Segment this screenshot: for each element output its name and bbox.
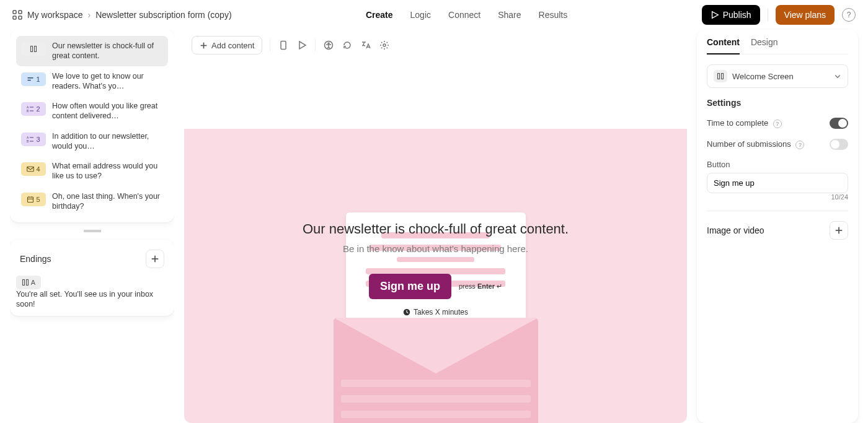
form-canvas[interactable]: Our newsletter is chock-full of great co… bbox=[184, 63, 687, 423]
svg-rect-17 bbox=[27, 167, 34, 172]
preview-title[interactable]: Our newsletter is chock-full of great co… bbox=[303, 221, 569, 237]
tab-content[interactable]: Content bbox=[707, 37, 740, 55]
help-icon[interactable]: ? bbox=[795, 141, 804, 149]
svg-rect-18 bbox=[28, 197, 33, 202]
svg-rect-2 bbox=[13, 16, 16, 19]
tab-design[interactable]: Design bbox=[751, 37, 778, 54]
settings-heading: Settings bbox=[707, 98, 848, 108]
add-content-button[interactable]: Add content bbox=[192, 36, 262, 55]
svg-marker-29 bbox=[299, 41, 306, 49]
svg-rect-6 bbox=[35, 46, 37, 52]
svg-rect-35 bbox=[722, 74, 724, 79]
top-actions: Publish View plans ? bbox=[702, 5, 856, 25]
question-2[interactable]: AB 2 How often would you like great cont… bbox=[16, 96, 168, 126]
toolbar-divider bbox=[315, 39, 316, 51]
svg-marker-4 bbox=[712, 12, 718, 19]
nav-share[interactable]: Share bbox=[498, 10, 521, 20]
view-plans-button[interactable]: View plans bbox=[776, 5, 835, 25]
breadcrumb: My workspace › Newsletter subscription f… bbox=[12, 10, 232, 20]
submissions-toggle[interactable] bbox=[830, 139, 848, 150]
char-counter: 10/24 bbox=[707, 193, 848, 201]
main-nav: Create Logic Connect Share Results bbox=[242, 10, 692, 20]
gear-icon[interactable] bbox=[379, 40, 390, 51]
chevron-right-icon: › bbox=[87, 10, 91, 20]
screen-type-label: Welcome Screen bbox=[732, 72, 794, 81]
publish-button[interactable]: Publish bbox=[702, 5, 760, 25]
center-panel: Add content bbox=[184, 30, 687, 423]
ending-a[interactable]: A You're all set. You'll see us in your … bbox=[16, 276, 168, 310]
question-text: How often would you like great content d… bbox=[52, 101, 163, 121]
svg-text:B: B bbox=[27, 139, 29, 143]
preview-subtitle[interactable]: Be in the know about what's happening he… bbox=[343, 243, 528, 254]
multiple-choice-icon: AB 3 bbox=[21, 133, 46, 146]
clock-icon bbox=[403, 308, 410, 316]
drag-handle[interactable] bbox=[84, 230, 101, 232]
svg-rect-34 bbox=[718, 74, 720, 79]
image-video-row: Image or video bbox=[707, 221, 848, 240]
svg-rect-3 bbox=[19, 16, 22, 19]
help-icon[interactable]: ? bbox=[842, 8, 856, 22]
email-icon: 4 bbox=[21, 162, 46, 176]
refresh-icon[interactable] bbox=[342, 40, 353, 51]
svg-rect-1 bbox=[19, 11, 22, 14]
screen-type-select[interactable]: Welcome Screen bbox=[707, 64, 848, 88]
nav-logic[interactable]: Logic bbox=[410, 10, 431, 20]
question-3[interactable]: AB 3 In addition to our newsletter, woul… bbox=[16, 126, 168, 157]
right-panel: Content Design Welcome Screen Settings T… bbox=[697, 30, 858, 423]
question-list: Our newsletter is chock-full of great co… bbox=[10, 30, 174, 222]
publish-label: Publish bbox=[723, 10, 751, 20]
svg-rect-0 bbox=[13, 11, 16, 14]
svg-text:B: B bbox=[27, 109, 29, 113]
question-text: Oh, one last thing. When's your birthday… bbox=[52, 191, 163, 212]
setting-submissions: Number of submissions ? bbox=[707, 139, 848, 150]
nav-results[interactable]: Results bbox=[539, 10, 568, 20]
question-text: We love to get to know our readers. What… bbox=[52, 71, 163, 92]
button-text-input[interactable] bbox=[707, 173, 848, 193]
add-content-label: Add content bbox=[211, 41, 254, 50]
question-welcome[interactable]: Our newsletter is chock-full of great co… bbox=[16, 36, 168, 66]
add-media-button[interactable] bbox=[830, 221, 848, 240]
multiple-choice-icon: AB 2 bbox=[21, 102, 46, 116]
svg-rect-25 bbox=[26, 280, 28, 286]
form-title[interactable]: Newsletter subscription form (copy) bbox=[95, 10, 231, 20]
svg-rect-28 bbox=[281, 41, 286, 50]
endings-title: Endings bbox=[20, 254, 51, 264]
question-text: Our newsletter is chock-full of great co… bbox=[52, 41, 163, 61]
svg-rect-5 bbox=[31, 46, 33, 52]
divider bbox=[768, 9, 768, 21]
endings-panel: Endings A You're all set. You'll see us … bbox=[10, 240, 174, 316]
press-enter-hint: press Enter ↵ bbox=[459, 282, 502, 290]
envelope-illustration bbox=[334, 237, 538, 423]
question-text: In addition to our newsletter, would you… bbox=[52, 131, 163, 152]
toolbar-divider bbox=[270, 39, 270, 51]
accessibility-icon[interactable] bbox=[323, 40, 334, 51]
play-preview-icon[interactable] bbox=[296, 40, 308, 51]
workspace-link[interactable]: My workspace bbox=[27, 10, 82, 20]
apps-icon[interactable] bbox=[12, 10, 22, 20]
nav-create[interactable]: Create bbox=[366, 10, 393, 20]
svg-point-32 bbox=[383, 44, 386, 46]
question-4[interactable]: 4 What email address would you like us t… bbox=[16, 156, 168, 186]
add-ending-button[interactable] bbox=[146, 250, 164, 268]
time-to-complete-hint: Takes X minutes bbox=[184, 308, 687, 316]
sidebar-tabs: Content Design bbox=[707, 37, 848, 55]
question-1[interactable]: 1 We love to get to know our readers. Wh… bbox=[16, 66, 168, 97]
short-text-icon: 1 bbox=[21, 72, 46, 86]
cta-button[interactable]: Sign me up bbox=[369, 274, 451, 299]
welcome-icon bbox=[714, 70, 727, 82]
button-field-label: Button bbox=[707, 160, 848, 169]
mobile-preview-icon[interactable] bbox=[278, 40, 289, 51]
ending-text: You're all set. You'll see us in your in… bbox=[16, 289, 168, 310]
translate-icon[interactable] bbox=[360, 40, 371, 51]
top-bar: My workspace › Newsletter subscription f… bbox=[0, 0, 868, 30]
canvas-toolbar: Add content bbox=[184, 30, 687, 63]
help-icon[interactable]: ? bbox=[773, 120, 782, 128]
chevron-down-icon bbox=[834, 72, 841, 80]
setting-time-to-complete: Time to complete ? bbox=[707, 118, 848, 129]
question-5[interactable]: 5 Oh, one last thing. When's your birthd… bbox=[16, 186, 168, 217]
nav-connect[interactable]: Connect bbox=[448, 10, 480, 20]
question-text: What email address would you like us to … bbox=[52, 161, 163, 181]
time-toggle[interactable] bbox=[830, 118, 848, 129]
image-video-label: Image or video bbox=[707, 225, 764, 235]
svg-point-31 bbox=[328, 43, 329, 44]
